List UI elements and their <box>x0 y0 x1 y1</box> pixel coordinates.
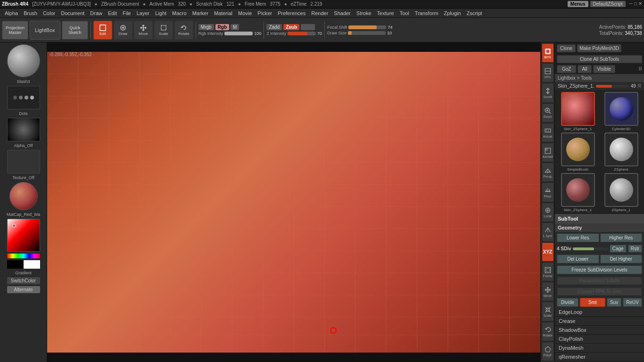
m-btn[interactable]: M <box>231 24 239 30</box>
aahalf-btn[interactable]: AAHalf <box>542 143 554 162</box>
lower-res-btn[interactable]: Lower Res <box>557 233 599 242</box>
z-intensity-slider[interactable] <box>288 32 316 35</box>
all-btn[interactable]: All <box>578 65 591 73</box>
subtool-header[interactable]: SubTool <box>555 214 644 223</box>
thumb-simplebrush[interactable]: SimpleBrush <box>557 132 599 172</box>
bpr-btn[interactable]: BPR <box>542 43 554 63</box>
switch-color-btn[interactable]: SwitchColor <box>7 277 40 284</box>
scale-btn[interactable]: Scale <box>154 21 173 40</box>
menu-color[interactable]: Color <box>40 9 58 17</box>
thumb-skin-zsphere-1[interactable]: Skin_ZSphere_1 <box>557 92 599 131</box>
texture-preview[interactable] <box>7 150 40 173</box>
goz-btn[interactable]: GoZ <box>557 65 576 73</box>
menus-button[interactable]: Menus <box>568 1 588 7</box>
lsym-btn[interactable]: L.Sym <box>542 222 554 242</box>
mrgb-btn[interactable]: Mrgb <box>198 24 214 30</box>
win-minimize[interactable]: ─ <box>629 1 633 7</box>
thumb-cylinder3d[interactable]: Cylinder3D <box>600 92 642 131</box>
scale-icon-btn[interactable]: Scale <box>542 302 554 321</box>
del-higher-btn[interactable]: Del Higher <box>600 255 643 263</box>
qremesher-item[interactable]: qRemesher <box>555 353 644 362</box>
win-maximize[interactable]: □ <box>634 1 637 7</box>
dynamesh-item[interactable]: DynaMesh <box>555 344 644 353</box>
skin-slider[interactable] <box>596 85 628 88</box>
persp-btn[interactable]: Persp <box>542 163 554 182</box>
draw-btn[interactable]: Draw <box>114 21 132 40</box>
lightbox-btn[interactable]: LightBox <box>30 21 60 40</box>
menu-layer[interactable]: Layer <box>134 9 153 17</box>
rotate-icon-btn[interactable]: Rotate <box>542 322 554 341</box>
menu-preferences[interactable]: Preferences <box>275 9 308 17</box>
menu-material[interactable]: Material <box>211 9 235 17</box>
brush-swatch[interactable] <box>7 44 40 77</box>
rstr-btn[interactable]: Rstr <box>628 245 642 253</box>
edit-btn[interactable]: Edit <box>93 21 112 40</box>
smt-btn[interactable]: Smt <box>580 298 605 307</box>
del-lower-btn[interactable]: Del Lower <box>557 255 599 263</box>
local-btn[interactable]: Local <box>542 203 554 222</box>
menu-render[interactable]: Render <box>308 9 331 17</box>
rotate-btn[interactable]: Rotate <box>174 21 193 40</box>
alternate-btn[interactable]: Alternate <box>7 286 40 293</box>
move-btn[interactable]: Move <box>134 21 153 40</box>
menu-shader[interactable]: Shader <box>331 9 353 17</box>
defaultzscript-button[interactable]: DefaultZScript <box>590 1 626 7</box>
polyf-btn[interactable]: PolyF <box>542 342 554 361</box>
rgb-intensity-slider[interactable] <box>224 32 253 35</box>
geometry-header[interactable]: Geometry <box>555 223 644 232</box>
win-close[interactable]: ✕ <box>638 1 642 7</box>
zoom-btn[interactable]: Zoom <box>542 103 554 123</box>
zsub-btn[interactable]: Zsub <box>283 24 299 30</box>
menu-brush[interactable]: Brush <box>21 9 40 17</box>
color-picker[interactable] <box>7 219 40 252</box>
cage-btn[interactable]: Cage <box>610 245 627 253</box>
make-polymesh-btn[interactable]: Make PolyMesh3D <box>577 44 621 52</box>
zadd-btn[interactable]: Zadd <box>266 24 282 30</box>
menu-light[interactable]: Light <box>152 9 169 17</box>
rgb-btn[interactable]: Rgb <box>215 24 229 30</box>
clone-btn[interactable]: Clone <box>557 44 576 52</box>
gradient-bar[interactable] <box>7 260 40 269</box>
actual-btn[interactable]: 1:1 Actual <box>542 123 554 142</box>
higher-res-btn[interactable]: Higher Res <box>600 233 643 242</box>
xyz-btn[interactable]: XYZ <box>542 242 554 262</box>
menu-movie[interactable]: Movie <box>235 9 255 17</box>
matcap-preview[interactable] <box>9 182 38 210</box>
menu-file[interactable]: File <box>120 9 134 17</box>
thumb-zsphere[interactable]: ZSphere <box>600 132 642 172</box>
claypolish-item[interactable]: ClayPolish <box>555 335 644 344</box>
reuv-btn[interactable]: ReUV <box>623 298 642 307</box>
crease-item[interactable]: Crease <box>555 317 644 326</box>
focal-shift-slider[interactable] <box>348 25 386 29</box>
edgeloop-item[interactable]: EdgeLoop <box>555 308 644 317</box>
frame-btn[interactable]: Frame <box>542 262 554 281</box>
menu-texture[interactable]: Texture <box>374 9 397 17</box>
lightbox-tools-btn[interactable]: Lightbox > Tools <box>555 74 644 82</box>
menu-stroke[interactable]: Stroke <box>354 9 374 17</box>
menu-draw[interactable]: Draw <box>87 9 105 17</box>
menu-zscript[interactable]: Zscript <box>464 9 485 17</box>
freeze-subdiv-btn[interactable]: Freeze SubDivision Levels <box>557 265 642 274</box>
scroll-btn[interactable]: Scroll <box>542 83 554 102</box>
shadowbox-item[interactable]: ShadowBox <box>555 326 644 335</box>
menu-transform[interactable]: Transform <box>412 9 441 17</box>
zcut-btn[interactable]: Zcut <box>301 24 314 30</box>
menu-tool[interactable]: Tool <box>397 9 412 17</box>
spix-btn[interactable]: SPix <box>542 63 554 82</box>
sdiv-slider[interactable] <box>573 247 608 250</box>
menu-picker[interactable]: Picker <box>255 9 275 17</box>
alpha-preview[interactable] <box>7 118 40 141</box>
clone-all-subtools-btn[interactable]: Clone All SubTools <box>557 55 642 63</box>
move-icon-btn[interactable]: Move <box>542 282 554 301</box>
menu-alpha[interactable]: Alpha <box>2 9 21 17</box>
hue-bar[interactable] <box>7 254 40 258</box>
canvas-area[interactable]: -0.289,-0.352,-0.352 <box>47 42 540 362</box>
menu-macro[interactable]: Macro <box>169 9 190 17</box>
quicksketch-btn[interactable]: QuickSketch <box>62 21 88 40</box>
menu-document[interactable]: Document <box>58 9 87 17</box>
divide-btn[interactable]: Divide <box>557 298 578 307</box>
projection-master-btn[interactable]: ProjectionMaster <box>2 21 28 40</box>
stroke-preview[interactable] <box>7 86 40 109</box>
menu-marker[interactable]: Marker <box>190 9 211 17</box>
visible-btn[interactable]: Visible <box>593 65 615 73</box>
